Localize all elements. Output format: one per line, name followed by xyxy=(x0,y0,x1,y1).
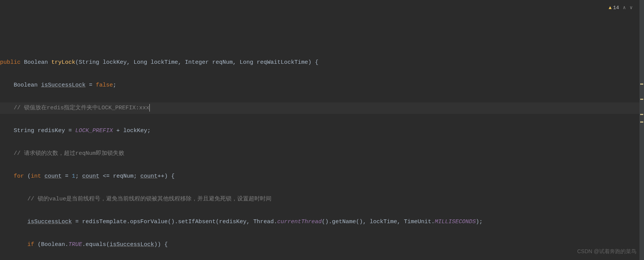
scrollbar[interactable] xyxy=(639,0,644,260)
code-line[interactable]: Boolean isSuccessLock = false; xyxy=(0,80,644,91)
scrollbar-marker[interactable] xyxy=(640,121,643,123)
scrollbar-marker[interactable] xyxy=(640,114,643,115)
scrollbar-marker[interactable] xyxy=(640,84,643,85)
keyword: public xyxy=(0,59,21,66)
chevron-up-icon[interactable]: ∧ xyxy=(623,2,626,14)
warning-icon: ▲ xyxy=(609,2,612,14)
code-line[interactable]: // 锁的value是当前线程号，避免当前线程的锁被其他线程移除，并且避免死锁，… xyxy=(0,194,644,205)
comment: // 锁值放在redis指定文件夹中LOCK_PREFIX:xxx xyxy=(14,105,149,111)
comment: // 锁的value是当前线程号，避免当前线程的锁被其他线程移除，并且避免死锁，… xyxy=(27,196,271,202)
code-line[interactable]: isSuccessLock = redisTemplate.opsForValu… xyxy=(0,216,644,228)
comment: // 请求锁的次数，超过reqNum即加锁失败 xyxy=(14,150,124,157)
text-cursor xyxy=(149,104,150,112)
code-line[interactable]: String redisKey = LOCK_PREFIX + lockKey; xyxy=(0,125,644,137)
chevron-down-icon[interactable]: ∨ xyxy=(630,2,633,14)
watermark: CSDN @试着奔跑的菜鸟 xyxy=(577,246,636,257)
code-line-active[interactable]: // 锁值放在redis指定文件夹中LOCK_PREFIX:xxx xyxy=(0,102,644,114)
code-editor[interactable]: public Boolean tryLock(String lockKey, L… xyxy=(0,46,644,260)
code-line[interactable]: for (int count = 1; count <= reqNum; cou… xyxy=(0,171,644,182)
code-line[interactable]: // 请求锁的次数，超过reqNum即加锁失败 xyxy=(0,148,644,159)
code-line[interactable]: public Boolean tryLock(String lockKey, L… xyxy=(0,57,644,68)
method-name: tryLock xyxy=(51,59,75,66)
scrollbar-marker[interactable] xyxy=(640,99,643,100)
warning-count: 14 xyxy=(613,2,619,14)
code-line[interactable]: if (Boolean.TRUE.equals(isSuccessLock)) … xyxy=(0,239,644,251)
warning-badge[interactable]: ▲ 14 ∧ ∨ xyxy=(609,2,633,14)
